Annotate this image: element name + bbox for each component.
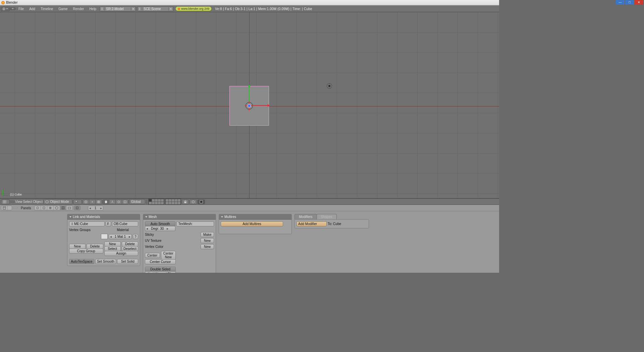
no-vnormal-button[interactable]: No V.Normal Flip xyxy=(145,271,176,273)
tab-modifiers[interactable]: Modifiers xyxy=(294,214,317,219)
material-swatch[interactable] xyxy=(101,234,108,239)
increment-button[interactable]: ▸ xyxy=(128,234,131,239)
mat-select-button[interactable]: Select xyxy=(104,246,121,251)
gizmo-origin[interactable] xyxy=(248,104,251,107)
script-icon xyxy=(42,206,46,210)
svg-point-20 xyxy=(64,209,64,209)
add-multires-button[interactable]: Add Multires xyxy=(221,221,283,226)
mat-new-button[interactable]: New xyxy=(104,241,121,247)
clear-button[interactable]: ✕ xyxy=(168,7,173,11)
orientation-label: Global xyxy=(131,200,141,204)
scale-icon xyxy=(123,200,127,204)
vg-new-button[interactable]: New xyxy=(69,244,86,249)
decrement-button[interactable]: ◂ xyxy=(109,234,113,239)
editing-sub-icon xyxy=(75,206,79,210)
make-button[interactable]: Make xyxy=(201,232,214,237)
website-pill[interactable]: www.blender.org 249 xyxy=(175,6,212,11)
window-type-button[interactable] xyxy=(1,7,10,11)
me-field[interactable]: ME:Cube xyxy=(74,222,88,226)
svg-rect-10 xyxy=(184,202,186,203)
manipulator-toggle[interactable] xyxy=(103,200,128,204)
copy-group-button[interactable]: Copy Group xyxy=(69,249,103,254)
menu-file[interactable]: File xyxy=(16,7,26,11)
menu-select[interactable]: Select xyxy=(23,200,33,204)
pivot-selector[interactable] xyxy=(83,200,102,204)
orientation-selector[interactable]: Global xyxy=(129,199,145,204)
center-button[interactable]: Center xyxy=(145,253,160,258)
menu-timeline[interactable]: Timeline xyxy=(38,7,56,11)
decrement-button[interactable]: ◂ xyxy=(88,206,92,210)
sticky-label: Sticky xyxy=(145,233,200,236)
scene-name[interactable]: SCE:Scene xyxy=(142,7,168,11)
clear-button[interactable]: ✕ xyxy=(131,7,136,11)
ob-field[interactable]: OB:Cube xyxy=(112,221,138,226)
circle-off-icon xyxy=(192,200,195,204)
frame-value[interactable]: 1 xyxy=(92,206,99,210)
uv-new-button[interactable]: New xyxy=(201,238,214,243)
f-button[interactable]: F xyxy=(106,221,111,226)
set-smooth-button[interactable]: Set Smooth xyxy=(95,259,116,264)
panel-tabs: Modifiers Shapes xyxy=(294,214,369,219)
render-preview-button[interactable] xyxy=(198,200,205,204)
object-ctx-icon xyxy=(55,206,58,210)
menu-add[interactable]: Add xyxy=(26,7,38,11)
menu-object[interactable]: Object xyxy=(33,200,43,204)
screen-name[interactable]: SR:2-Model xyxy=(105,7,131,11)
vcol-label: Vertex Color xyxy=(145,245,200,249)
active-object-label: (1) Cube xyxy=(10,193,22,196)
target-icon xyxy=(84,200,88,204)
menu-game[interactable]: Game xyxy=(56,7,70,11)
mat-delete-button[interactable]: Delete xyxy=(122,241,138,247)
collapse-button[interactable] xyxy=(13,207,18,209)
add-modifier-button[interactable]: Add Modifier xyxy=(297,221,327,226)
svg-rect-2 xyxy=(4,8,4,8)
panel-header[interactable]: Multires xyxy=(219,214,291,220)
subcontext-buttons[interactable] xyxy=(74,206,80,210)
grid-sm-icon xyxy=(97,200,100,204)
increment-button[interactable]: ▸ xyxy=(99,206,103,210)
menu-help[interactable]: Help xyxy=(87,7,99,11)
layers-b[interactable] xyxy=(165,199,181,205)
uv-label: UV Texture xyxy=(145,239,200,243)
mat-assign-button[interactable]: Assign xyxy=(104,251,139,256)
autotexspace-button[interactable]: AutoTexSpace xyxy=(69,259,94,264)
vg-delete-button[interactable]: Delete xyxy=(87,244,103,249)
panel-header[interactable]: Link and Materials xyxy=(67,214,140,220)
auto-smooth-button[interactable]: Auto Smooth xyxy=(145,221,175,226)
center-new-button[interactable]: Center New xyxy=(161,251,176,260)
lock-button[interactable] xyxy=(182,200,189,204)
frame-field[interactable]: ◂ 1 ▸ xyxy=(88,206,103,211)
lamp-object[interactable] xyxy=(326,83,333,89)
menu-render[interactable]: Render xyxy=(70,7,87,11)
screen-selector[interactable]: ⇕ SR:2-Model ✕ xyxy=(100,6,136,11)
help-button[interactable]: ? xyxy=(133,234,138,239)
blender-icon xyxy=(1,1,5,4)
layer-buttons[interactable] xyxy=(148,199,181,205)
shading-button[interactable] xyxy=(73,200,82,204)
double-sided-button[interactable]: Double Sided xyxy=(145,267,176,272)
scene-selector[interactable]: ⇕ SCE:Scene ✕ xyxy=(137,6,173,11)
3d-viewport[interactable]: (1) Cube xyxy=(0,12,499,199)
logic-icon xyxy=(36,206,39,210)
panel-title: Link and Materials xyxy=(73,215,100,219)
hand-icon xyxy=(104,200,108,204)
set-solid-button[interactable]: Set Solid xyxy=(117,259,138,264)
tab-shapes[interactable]: Shapes xyxy=(317,214,337,219)
layers-a[interactable] xyxy=(148,199,164,205)
mode-selector[interactable]: Object Mode xyxy=(43,199,72,204)
window-type-button[interactable] xyxy=(1,206,12,210)
vcol-new-button[interactable]: New xyxy=(201,244,214,249)
context-buttons[interactable] xyxy=(34,206,73,210)
svg-point-15 xyxy=(49,207,51,209)
degree-field[interactable]: ◂Degr: 30▸ xyxy=(145,226,175,231)
collapse-button[interactable] xyxy=(10,201,14,203)
proportional-button[interactable] xyxy=(190,200,197,204)
window-type-button[interactable] xyxy=(1,200,10,204)
texmesh-field[interactable]: TexMesh: xyxy=(176,221,214,226)
collapse-button[interactable] xyxy=(10,7,15,10)
menu-view[interactable]: View xyxy=(15,200,22,204)
material-index[interactable]: ◂1 Mat 1▸ xyxy=(109,234,132,239)
center-cursor-button[interactable]: Center Cursor xyxy=(145,259,176,264)
panel-header[interactable]: Mesh xyxy=(143,214,216,220)
mat-deselect-button[interactable]: Deselect xyxy=(122,246,138,251)
